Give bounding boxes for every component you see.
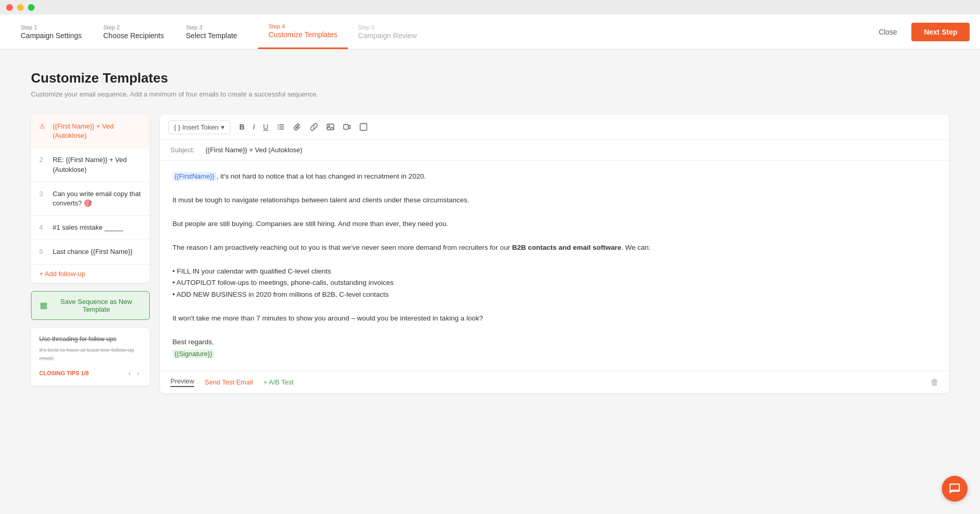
- send-test-email-link[interactable]: Send Test Email: [204, 378, 253, 386]
- attachment-button[interactable]: [290, 120, 305, 134]
- chat-bubble-button[interactable]: [942, 476, 968, 502]
- seq-text-2: RE: {{First Name}} + Ved (Autoklose): [53, 155, 141, 174]
- seq-num-1: ⚠: [39, 122, 48, 130]
- ab-test-link[interactable]: + A/B Test: [263, 378, 294, 386]
- underline-button[interactable]: U: [260, 120, 272, 134]
- insert-token-chevron: ▾: [221, 123, 225, 131]
- step-5-campaign-review[interactable]: Step 5 Campaign Review: [348, 14, 431, 49]
- minimize-window-button[interactable]: [17, 4, 24, 11]
- footer-right: 🗑: [930, 378, 939, 387]
- step-5-label: Step 5: [358, 24, 420, 30]
- svg-point-4: [277, 126, 278, 127]
- image-button[interactable]: [323, 120, 338, 134]
- sequence-list: ⚠ {{First Name}} + Ved (Autoklose) 2 RE:…: [31, 115, 150, 283]
- sequence-item-3[interactable]: 3 Can you write email copy that converts…: [31, 182, 150, 216]
- step-1-label: Step 1: [21, 24, 83, 30]
- first-name-token: {{FirstName}}: [172, 172, 216, 181]
- body-line-1: , it's not hard to notice that a lot has…: [216, 172, 426, 180]
- sequence-item-5[interactable]: 5 Last chance {{First Name}}: [31, 240, 150, 264]
- italic-button[interactable]: I: [250, 120, 258, 134]
- sequence-item-4[interactable]: 4 #1 sales mistake _____: [31, 216, 150, 240]
- tips-navigation: ‹ ›: [127, 368, 141, 378]
- preview-link[interactable]: Preview: [170, 377, 194, 387]
- bold-button[interactable]: B: [236, 120, 248, 134]
- body-bullet-2: • AUTOPILOT follow-ups to meetings, phon…: [172, 277, 937, 289]
- delete-email-button[interactable]: 🗑: [930, 378, 939, 387]
- body-regards: Best regards,: [172, 336, 937, 348]
- save-template-label: Save Sequence as New Template: [52, 298, 141, 313]
- subject-label: Subject:: [170, 146, 199, 154]
- svg-rect-9: [360, 124, 367, 131]
- body-line-2: It must be tough to navigate relationshi…: [172, 195, 937, 206]
- step-4-label: Step 4: [268, 23, 338, 29]
- seq-text-5: Last chance {{First Name}}: [53, 247, 133, 256]
- svg-point-5: [277, 128, 278, 130]
- seq-num-5: 5: [39, 248, 48, 255]
- body-line-3: But people are still buying. Companies a…: [172, 218, 937, 230]
- stepnav-right: Close Next Step: [873, 14, 970, 49]
- titlebar: [0, 0, 980, 14]
- bullet-list-button[interactable]: [274, 120, 288, 134]
- tips-next-button[interactable]: ›: [135, 368, 141, 378]
- page-subtitle: Customize your email sequence. Add a min…: [31, 90, 949, 98]
- seq-text-1: {{First Name}} + Ved (Autoklose): [53, 122, 141, 140]
- step-2-title: Choose Recipients: [103, 31, 165, 40]
- save-template-button[interactable]: ▦ Save Sequence as New Template: [31, 291, 150, 320]
- step-2-choose-recipients[interactable]: Step 2 Choose Recipients: [93, 14, 176, 49]
- svg-point-7: [328, 125, 330, 127]
- editor-layout: ⚠ {{First Name}} + Ved (Autoklose) 2 RE:…: [31, 115, 949, 393]
- editor-toolbar: { } Insert Token ▾ B I U: [160, 115, 949, 140]
- body-line-5: It won't take me more than 7 minutes to …: [172, 313, 937, 325]
- tips-card: Use threading for follow-ups It's best t…: [31, 328, 150, 386]
- step-1-title: Campaign Settings: [21, 31, 83, 40]
- close-button[interactable]: Close: [873, 25, 904, 39]
- editor-footer: Preview Send Test Email + A/B Test 🗑: [160, 371, 949, 393]
- step-4-title: Customize Templates: [268, 30, 338, 39]
- link-button[interactable]: [307, 120, 321, 134]
- tips-title: Use threading for follow-ups: [39, 335, 141, 343]
- tips-prev-button[interactable]: ‹: [127, 368, 133, 378]
- next-step-button[interactable]: Next Step: [911, 23, 970, 41]
- email-editor: { } Insert Token ▾ B I U: [160, 115, 949, 393]
- body-bullet-1: • FILL IN your calendar with qualified C…: [172, 266, 937, 278]
- subject-value: {{First Name}} + Ved (Autoklose): [206, 146, 303, 154]
- svg-rect-8: [343, 125, 348, 130]
- step-1-campaign-settings[interactable]: Step 1 Campaign Settings: [10, 14, 93, 49]
- seq-num-2: 2: [39, 156, 48, 164]
- add-follow-up-button[interactable]: + Add follow-up: [31, 265, 150, 283]
- step-4-customize-templates[interactable]: Step 4 Customize Templates: [258, 14, 348, 49]
- tips-page-label: CLOSING TIPS 1/8: [39, 370, 89, 376]
- signature-token: {{Signature}}: [172, 349, 214, 358]
- step-3-select-template[interactable]: Step 3 Select Template: [176, 14, 258, 49]
- main-content: Customize Templates Customize your email…: [0, 50, 980, 514]
- body-line-4: The reason I am proactively reaching out…: [172, 242, 937, 254]
- svg-rect-6: [327, 124, 334, 130]
- seq-num-3: 3: [39, 190, 48, 198]
- step-5-title: Campaign Review: [358, 31, 420, 40]
- step-2-label: Step 2: [103, 24, 165, 30]
- maximize-window-button[interactable]: [28, 4, 35, 11]
- step-3-label: Step 3: [186, 24, 248, 30]
- insert-token-button[interactable]: { } Insert Token ▾: [168, 120, 230, 134]
- seq-text-3: Can you write email copy that converts? …: [53, 189, 141, 208]
- body-bullet-3: • ADD NEW BUSINESS in 2020 from millions…: [172, 289, 937, 301]
- page-title: Customize Templates: [31, 70, 949, 86]
- insert-token-label: { } Insert Token: [174, 123, 219, 131]
- sequence-item-1[interactable]: ⚠ {{First Name}} + Ved (Autoklose): [31, 115, 150, 148]
- step-navigation: Step 1 Campaign Settings Step 2 Choose R…: [0, 14, 980, 50]
- save-template-icon: ▦: [40, 300, 48, 310]
- email-body[interactable]: {{FirstName}}, it's not hard to notice t…: [160, 160, 949, 371]
- subject-row: Subject: {{First Name}} + Ved (Autoklose…: [160, 140, 949, 160]
- left-panel: ⚠ {{First Name}} + Ved (Autoklose) 2 RE:…: [31, 115, 150, 386]
- video-button[interactable]: [340, 120, 354, 134]
- step-3-title: Select Template: [186, 31, 248, 40]
- close-window-button[interactable]: [6, 4, 13, 11]
- sequence-item-2[interactable]: 2 RE: {{First Name}} + Ved (Autoklose): [31, 148, 150, 182]
- tips-footer: CLOSING TIPS 1/8 ‹ ›: [39, 368, 141, 378]
- svg-point-3: [277, 124, 278, 125]
- seq-text-4: #1 sales mistake _____: [53, 223, 123, 232]
- layout-button[interactable]: [356, 120, 371, 134]
- tips-text: It's best to have at least one follow-up…: [39, 346, 141, 363]
- seq-num-4: 4: [39, 223, 48, 231]
